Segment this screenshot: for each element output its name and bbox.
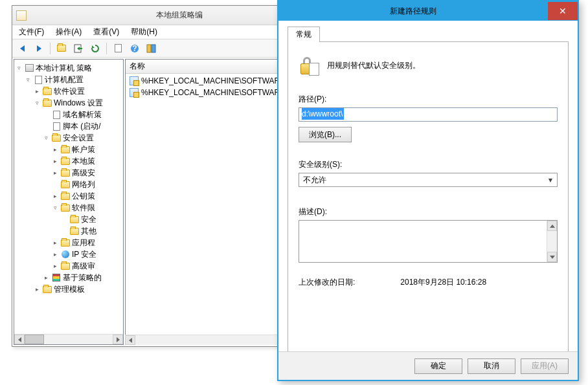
tree-item[interactable]: 域名解析策 bbox=[16, 109, 122, 120]
tree-item[interactable]: 其他 bbox=[16, 225, 122, 237]
tree-toggle[interactable]: ▸ bbox=[52, 239, 59, 247]
tree-item[interactable]: ▿计算机配置 bbox=[16, 74, 122, 85]
toolbar-export-button[interactable] bbox=[71, 41, 85, 56]
toolbar-properties-button[interactable] bbox=[111, 41, 125, 56]
nav-back-button[interactable] bbox=[15, 41, 29, 56]
tab-general[interactable]: 常规 bbox=[288, 27, 320, 42]
scroll-thumb[interactable] bbox=[25, 335, 44, 344]
tree-toggle[interactable]: ▸ bbox=[52, 193, 59, 200]
toolbar-up-button[interactable] bbox=[54, 41, 69, 56]
folder-up-icon bbox=[57, 45, 66, 52]
nav-forward-button[interactable] bbox=[32, 41, 46, 56]
tree-toggle[interactable]: ▸ bbox=[52, 158, 59, 165]
intro-text: 用规则替代默认安全级别。 bbox=[327, 60, 420, 71]
tree-item-label: 计算机配置 bbox=[45, 74, 84, 85]
triangle-down-icon bbox=[550, 256, 555, 259]
tree-item[interactable]: ▸本地策 bbox=[16, 155, 122, 167]
registry-rule-icon bbox=[130, 76, 139, 85]
tree-toggle[interactable]: ▸ bbox=[34, 286, 41, 293]
tree-item-label: 脚本 (启动/ bbox=[63, 121, 101, 132]
tree-item-label: 其他 bbox=[81, 226, 96, 237]
doc-icon bbox=[51, 110, 62, 119]
menu-view[interactable]: 查看(V) bbox=[91, 26, 122, 38]
ok-button[interactable]: 确定 bbox=[414, 358, 462, 374]
tree-horizontal-scrollbar[interactable] bbox=[14, 334, 123, 344]
tree-item[interactable]: ▸应用程 bbox=[16, 237, 122, 248]
path-value: d:\wwwroot\ bbox=[302, 108, 344, 120]
tree-item[interactable]: ▸管理模板 bbox=[16, 283, 122, 295]
tree-item[interactable]: ▸高级审 bbox=[16, 260, 122, 272]
arrow-right-icon bbox=[37, 45, 41, 52]
apply-button[interactable]: 应用(A) bbox=[521, 358, 569, 374]
tree-toggle[interactable]: ▿ bbox=[16, 65, 23, 72]
tree-item[interactable]: 安全 bbox=[16, 214, 122, 225]
tree-item-label: 域名解析策 bbox=[63, 109, 102, 120]
scroll-down-button[interactable] bbox=[547, 252, 557, 262]
gpedit-title-icon bbox=[16, 10, 27, 21]
description-label: 描述(D): bbox=[299, 206, 558, 217]
tree-item[interactable]: 网络列 bbox=[16, 179, 122, 190]
tree-toggle[interactable]: ▸ bbox=[34, 88, 41, 95]
tree-item-label: 公钥策 bbox=[72, 191, 95, 202]
folder-icon bbox=[69, 215, 80, 224]
tree-pane[interactable]: ▿本地计算机 策略▿计算机配置▸软件设置▿Windows 设置域名解析策脚本 (… bbox=[14, 59, 124, 345]
toolbar-show-hide-button[interactable] bbox=[144, 41, 159, 56]
folder-icon bbox=[42, 87, 52, 96]
tree-item[interactable]: ▿Windows 设置 bbox=[16, 97, 122, 109]
cancel-button[interactable]: 取消 bbox=[468, 358, 515, 374]
description-textarea[interactable] bbox=[299, 220, 558, 263]
tree-item[interactable]: ▸基于策略的 bbox=[16, 272, 122, 283]
svg-rect-3 bbox=[147, 45, 151, 52]
scroll-right-button[interactable] bbox=[113, 335, 123, 344]
tree-toggle[interactable]: ▿ bbox=[52, 204, 59, 212]
policy-tree[interactable]: ▿本地计算机 策略▿计算机配置▸软件设置▿Windows 设置域名解析策脚本 (… bbox=[14, 60, 123, 334]
svg-text:?: ? bbox=[132, 44, 137, 53]
toolbar-separator bbox=[50, 43, 51, 54]
last-modified-value: 2018年9月28日 10:16:28 bbox=[400, 277, 486, 288]
book-icon bbox=[24, 63, 34, 72]
chevron-down-icon: ▾ bbox=[545, 175, 556, 184]
tree-item[interactable]: ▸高级安 bbox=[16, 167, 122, 179]
close-button[interactable] bbox=[548, 2, 578, 20]
dialog-body: 常规 用规则替代默认安全级别。 路径(P): d:\wwwroot\ 浏览(B)… bbox=[278, 21, 578, 351]
tree-toggle[interactable]: ▿ bbox=[25, 76, 32, 83]
tree-item[interactable]: ▸帐户策 bbox=[16, 144, 122, 155]
panes-icon bbox=[146, 43, 157, 54]
tree-item[interactable]: ▿软件限 bbox=[16, 202, 122, 214]
menu-action[interactable]: 操作(A) bbox=[53, 26, 84, 38]
tree-toggle[interactable]: ▿ bbox=[34, 100, 41, 107]
tree-item[interactable]: 脚本 (启动/ bbox=[16, 120, 122, 132]
browse-button[interactable]: 浏览(B)... bbox=[299, 127, 352, 142]
dialog-titlebar[interactable]: 新建路径规则 bbox=[278, 1, 578, 21]
menu-file[interactable]: 文件(F) bbox=[16, 26, 47, 38]
tree-toggle[interactable]: ▸ bbox=[52, 170, 59, 177]
description-scrollbar[interactable] bbox=[547, 221, 557, 262]
tree-toggle[interactable]: ▸ bbox=[52, 251, 59, 258]
tree-toggle[interactable]: ▿ bbox=[43, 135, 50, 142]
path-input[interactable]: d:\wwwroot\ bbox=[299, 107, 558, 122]
tree-item-label: 网络列 bbox=[72, 179, 95, 190]
new-path-rule-dialog: 新建路径规则 常规 用规则替代默认安全级别。 路径(P): d:\wwwroot… bbox=[277, 0, 579, 381]
tree-item[interactable]: ▸软件设置 bbox=[16, 85, 122, 97]
tree-item[interactable]: ▿本地计算机 策略 bbox=[16, 62, 122, 74]
toolbar-refresh-button[interactable] bbox=[88, 41, 102, 56]
toolbar-help-button[interactable]: ? bbox=[128, 41, 142, 56]
intro-row: 用规则替代默认安全级别。 bbox=[299, 55, 558, 76]
menu-help[interactable]: 帮助(H) bbox=[128, 26, 160, 38]
tree-toggle[interactable]: ▸ bbox=[43, 274, 50, 281]
folder-icon bbox=[60, 168, 71, 177]
scroll-track[interactable] bbox=[25, 335, 113, 344]
scroll-left-button[interactable] bbox=[14, 335, 25, 344]
scroll-left-button[interactable] bbox=[125, 335, 135, 345]
tree-item[interactable]: ▸IP 安全 bbox=[16, 248, 122, 260]
security-level-select[interactable]: 不允许 ▾ bbox=[299, 173, 558, 187]
tree-item-label: 高级安 bbox=[72, 168, 95, 179]
tree-toggle[interactable]: ▸ bbox=[52, 146, 59, 153]
refresh-icon bbox=[90, 43, 100, 54]
tree-toggle[interactable]: ▸ bbox=[52, 263, 59, 270]
tree-item[interactable]: ▿安全设置 bbox=[16, 132, 122, 144]
export-icon bbox=[73, 43, 84, 54]
tree-item[interactable]: ▸公钥策 bbox=[16, 190, 122, 202]
scroll-up-button[interactable] bbox=[547, 221, 557, 231]
globe-icon bbox=[60, 250, 71, 259]
